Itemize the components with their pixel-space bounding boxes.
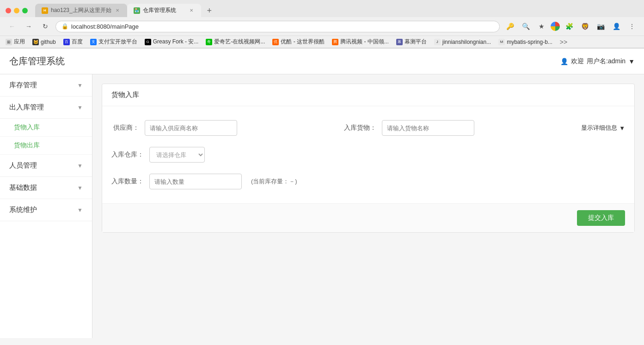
sidebar: 库存管理 ▼ 出入库管理 ▼ 货物入库 货物出库 人员管理 ▼ bbox=[0, 74, 92, 338]
bookmark-greasyfork[interactable]: G Greasy Fork - 安... bbox=[145, 38, 199, 46]
lock-icon: 🔒 bbox=[61, 23, 68, 30]
form-group-supplier: 供应商： bbox=[111, 120, 237, 136]
user-profile-icon: 👤 bbox=[560, 58, 568, 65]
github-icon: 🐱 bbox=[32, 39, 39, 45]
tab-warehouse-icon: 🏪 bbox=[134, 7, 140, 14]
bookmark-github-label: github bbox=[41, 39, 56, 45]
bookmark-mutest-label: 幕测平台 bbox=[405, 38, 427, 46]
greasyfork-icon: G bbox=[145, 39, 151, 45]
tab-hao123[interactable]: H hao123_上网从这里开始 ✕ bbox=[35, 4, 127, 17]
card-body: 供应商： 入库货物： 显示详细信息 ▼ bbox=[102, 106, 634, 203]
sidebar-goods-out-label: 货物出库 bbox=[14, 141, 40, 150]
iqiyi-icon: 奇 bbox=[206, 39, 212, 45]
sidebar-maintenance-chevron: ▼ bbox=[77, 207, 83, 213]
quantity-label: 入库数量： bbox=[111, 177, 144, 186]
bookmark-jinnian-label: jinnianshilongnian... bbox=[442, 39, 491, 45]
close-button[interactable] bbox=[6, 8, 11, 13]
welcome-label: 欢迎 bbox=[571, 57, 584, 66]
main-content: 货物入库 供应商： 入库货物： bbox=[92, 74, 644, 338]
tab-warehouse-title: 仓库管理系统 bbox=[143, 6, 185, 14]
sidebar-inout-chevron: ▼ bbox=[77, 104, 83, 111]
supplier-input[interactable] bbox=[145, 120, 237, 136]
back-button[interactable]: ← bbox=[6, 20, 18, 33]
chrome-icon[interactable] bbox=[551, 22, 560, 31]
bookmark-mybatis-label: mybatis-spring-b... bbox=[507, 39, 552, 45]
more-bookmarks[interactable]: >> bbox=[560, 38, 567, 46]
maximize-button[interactable] bbox=[22, 8, 28, 13]
sidebar-item-inout[interactable]: 出入库管理 ▼ bbox=[0, 97, 92, 119]
form-group-goods: 入库货物： bbox=[344, 120, 474, 136]
tab-warehouse-close[interactable]: ✕ bbox=[188, 7, 195, 14]
sidebar-basedata-chevron: ▼ bbox=[77, 185, 83, 191]
bookmark-youku[interactable]: 优 优酷 - 这世界很酷 bbox=[272, 38, 325, 46]
tab-warehouse[interactable]: 🏪 仓库管理系统 ✕ bbox=[127, 4, 201, 17]
quantity-input[interactable] bbox=[149, 174, 242, 189]
sidebar-item-inventory[interactable]: 库存管理 ▼ bbox=[0, 74, 92, 97]
user-dropdown-icon: ▼ bbox=[628, 58, 635, 65]
bookmark-mybatis[interactable]: M mybatis-spring-b... bbox=[498, 39, 552, 45]
detail-label: 显示详细信息 bbox=[581, 124, 617, 132]
tabs-bar: H hao123_上网从这里开始 ✕ 🏪 仓库管理系统 ✕ + bbox=[35, 4, 216, 17]
tencent-icon: 腾 bbox=[332, 39, 338, 45]
sidebar-inventory-label: 库存管理 bbox=[9, 81, 37, 90]
forward-button[interactable]: → bbox=[22, 20, 35, 33]
sidebar-item-basedata[interactable]: 基础数据 ▼ bbox=[0, 177, 92, 199]
screenshot-icon[interactable]: 📷 bbox=[594, 20, 607, 33]
reload-button[interactable]: ↻ bbox=[39, 20, 52, 33]
bookmark-iqiyi[interactable]: 奇 爱奇艺-在线视频网... bbox=[206, 38, 265, 46]
new-tab-button[interactable]: + bbox=[203, 4, 216, 17]
detail-chevron-icon: ▼ bbox=[619, 125, 625, 132]
bookmarks-bar: ⊞ 应用 🐱 github 百 百度 支 支付宝开放平台 G Greasy Fo… bbox=[0, 36, 644, 48]
app-header: 仓库管理系统 👤 欢迎 用户名:admin ▼ bbox=[0, 48, 644, 74]
goods-label: 入库货物： bbox=[344, 124, 376, 132]
minimize-button[interactable] bbox=[14, 8, 19, 13]
submit-button[interactable]: 提交入库 bbox=[577, 210, 625, 226]
sidebar-goods-in-label: 货物入库 bbox=[14, 123, 40, 132]
detail-link[interactable]: 显示详细信息 ▼ bbox=[581, 124, 625, 132]
form-section: 供应商： 入库货物： 显示详细信息 ▼ bbox=[111, 120, 625, 189]
bookmark-alipay[interactable]: 支 支付宝开放平台 bbox=[90, 38, 137, 46]
url-bar[interactable]: 🔒 localhost:8080/mainPage bbox=[55, 21, 500, 32]
baidu-icon: 百 bbox=[63, 39, 70, 45]
bookmark-tencent[interactable]: 腾 腾讯视频 - 中国领... bbox=[332, 38, 389, 46]
card-footer: 提交入库 bbox=[102, 203, 634, 232]
sidebar-item-goods-in[interactable]: 货物入库 bbox=[0, 119, 92, 137]
bookmark-tencent-label: 腾讯视频 - 中国领... bbox=[340, 38, 389, 46]
goods-input[interactable] bbox=[382, 120, 474, 136]
app: 仓库管理系统 👤 欢迎 用户名:admin ▼ 库存管理 ▼ 出入库管理 ▼ 货… bbox=[0, 48, 644, 338]
form-row-supplier: 供应商： 入库货物： 显示详细信息 ▼ bbox=[111, 120, 625, 136]
bookmark-jinnian[interactable]: J jinnianshilongnian... bbox=[434, 39, 491, 45]
sidebar-item-maintenance[interactable]: 系统维护 ▼ bbox=[0, 199, 92, 221]
bookmark-mutest[interactable]: 幕 幕测平台 bbox=[396, 38, 427, 46]
sidebar-maintenance-label: 系统维护 bbox=[9, 206, 37, 214]
profile-icon[interactable]: 👤 bbox=[610, 20, 623, 33]
sidebar-inout-label: 出入库管理 bbox=[9, 103, 44, 112]
sidebar-item-people[interactable]: 人员管理 ▼ bbox=[0, 155, 92, 177]
form-row-quantity: 入库数量： (当前库存量：－) bbox=[111, 174, 625, 189]
extension-icon[interactable]: 🧩 bbox=[563, 20, 576, 33]
star-icon[interactable]: ★ bbox=[535, 20, 548, 33]
menu-icon[interactable]: ⋮ bbox=[626, 20, 638, 33]
app-title: 仓库管理系统 bbox=[9, 55, 65, 67]
bookmark-icon[interactable]: 🔑 bbox=[503, 20, 516, 33]
bookmark-baidu[interactable]: 百 百度 bbox=[63, 38, 83, 46]
sidebar-people-label: 人员管理 bbox=[9, 161, 37, 170]
sidebar-basedata-label: 基础数据 bbox=[9, 183, 37, 192]
form-row-warehouse: 入库仓库： 请选择仓库 bbox=[111, 147, 625, 163]
bookmark-youku-label: 优酷 - 这世界很酷 bbox=[281, 38, 325, 46]
bookmark-apps[interactable]: ⊞ 应用 bbox=[6, 38, 25, 46]
url-text: localhost:8080/mainPage bbox=[71, 23, 139, 30]
user-menu[interactable]: 👤 欢迎 用户名:admin ▼ bbox=[560, 57, 635, 66]
sidebar-submenu-inout: 货物入库 货物出库 bbox=[0, 119, 92, 155]
bookmark-baidu-label: 百度 bbox=[72, 38, 83, 46]
bookmark-github[interactable]: 🐱 github bbox=[32, 39, 56, 45]
alipay-icon: 支 bbox=[90, 39, 97, 45]
tab-hao123-title: hao123_上网从这里开始 bbox=[51, 6, 111, 14]
stock-hint: (当前库存量：－) bbox=[251, 177, 297, 186]
sidebar-item-goods-out[interactable]: 货物出库 bbox=[0, 137, 92, 155]
warehouse-select[interactable]: 请选择仓库 bbox=[149, 147, 205, 163]
bravelike-icon[interactable]: 🦁 bbox=[578, 20, 591, 33]
tab-hao123-close[interactable]: ✕ bbox=[114, 7, 121, 14]
zoom-icon[interactable]: 🔍 bbox=[519, 20, 532, 33]
username-label: 用户名:admin bbox=[587, 57, 626, 66]
